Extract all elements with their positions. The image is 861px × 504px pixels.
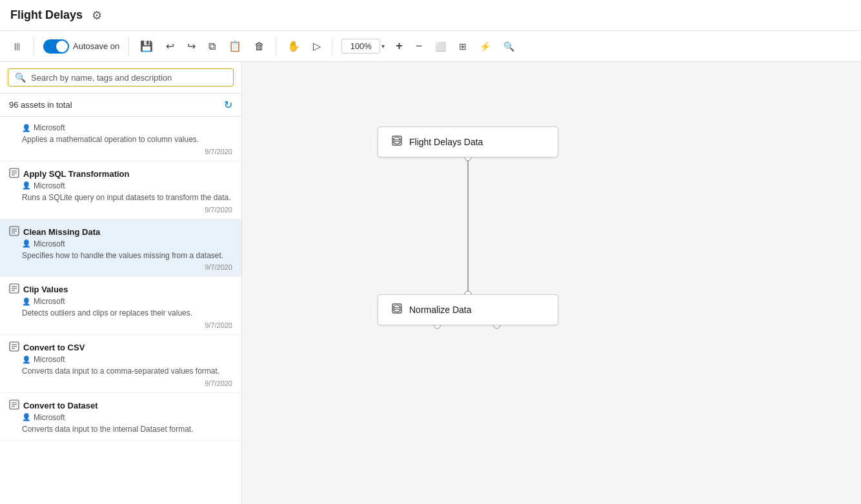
toolbar-divider-3 [276,37,276,55]
item-name-row: Convert to Dataset [9,399,232,412]
item-author-row: 👤 Microsoft [9,239,232,248]
item-description: Converts data input to the internal Data… [9,424,232,435]
search-canvas-button[interactable]: 🔍 [499,38,519,55]
author-icon: 👤 [22,181,31,190]
settings-button[interactable]: ⚙ [89,6,105,25]
item-module-icon [9,168,19,180]
item-module-icon [9,399,19,412]
item-name-label: Clip Values [23,285,68,294]
sidebar-item-clip-values[interactable]: Clip Values 👤 Microsoft Detects outliers… [0,277,241,335]
item-description: Detects outliers and clips or replaces t… [9,308,232,319]
node-flight-delays-data[interactable]: Flight Delays Data [378,126,558,157]
autosave-toggle[interactable]: Autosave on [43,39,119,54]
sidebar-item-convert-to-csv[interactable]: Convert to CSV 👤 Microsoft Converts data… [0,335,241,393]
zoom-control: 100% ▾ [341,39,385,54]
item-description: Runs a SQLite query on input datasets to… [9,192,232,203]
item-name-row: Clean Missing Data [9,226,232,238]
author-icon: 👤 [22,239,31,248]
autosave-label: Autosave on [73,41,119,51]
save-button[interactable]: 💾 [136,37,157,55]
pan-button[interactable]: ✋ [283,37,305,55]
svg-point-26 [394,137,400,140]
item-module-icon [9,226,19,238]
item-author-label: Microsoft [34,297,65,306]
assets-count: 96 assets in total [9,100,72,110]
zoom-out-button[interactable]: − [411,36,427,56]
refresh-button[interactable]: ↻ [224,99,232,111]
node-normalize-icon [391,303,403,317]
author-icon: 👤 [22,356,31,364]
author-icon: 👤 [22,413,31,421]
author-icon: 👤 [22,124,31,132]
library-button[interactable]: ⫼ [8,37,27,55]
autosave-switch[interactable] [43,39,69,54]
item-name-row: Apply SQL Transformation [9,168,232,180]
assets-count-row: 96 assets in total ↻ [0,94,241,117]
node-dataset-icon [391,135,403,149]
item-author-row: 👤 Microsoft [9,297,232,306]
zoom-value[interactable]: 100% [341,39,380,54]
page-title: Flight Delays [10,8,83,22]
search-icon: 🔍 [15,72,26,83]
pipeline-canvas: Flight Delays Data Normalize Data [242,62,861,504]
item-author-label: Microsoft [34,181,65,190]
search-bar-container: 🔍 [0,62,241,94]
paste-button[interactable]: 📋 [224,37,246,55]
item-author-row: 👤 Microsoft [9,355,232,364]
item-module-icon [9,341,19,354]
redo-button[interactable]: ↪ [183,37,200,55]
item-name-label: Convert to Dataset [23,401,98,410]
author-icon: 👤 [22,297,31,306]
top-header: Flight Delays ⚙ [0,0,861,31]
item-description: Specifies how to handle the values missi… [9,250,232,261]
sidebar: 🔍 96 assets in total ↻ 👤 Microsoft Appli… [0,62,242,504]
item-module-icon [9,283,19,296]
sidebar-item-convert-to-dataset[interactable]: Convert to Dataset 👤 Microsoft Converts … [0,393,241,441]
library-icon: ⫼ [12,41,23,52]
zoom-in-button[interactable]: + [391,36,407,56]
item-date: 9/7/2020 [9,379,232,387]
item-author-label: Microsoft [34,123,65,132]
toggle-knob [56,41,68,52]
item-date: 9/7/2020 [9,206,232,214]
toolbar-divider-1 [34,37,34,55]
item-date: 9/7/2020 [9,148,232,156]
item-author-label: Microsoft [34,239,65,248]
item-date: 9/7/2020 [9,263,232,271]
item-name-label: Convert to CSV [23,343,85,352]
item-name-label: Apply SQL Transformation [23,169,129,179]
node-label: Flight Delays Data [409,137,483,147]
item-description: Converts data input to a comma-separated… [9,366,232,377]
toolbar: ⫼ Autosave on 💾 ↩ ↪ ⧉ 📋 🗑 ✋ ▷ 100% ▾ + −… [0,31,861,62]
zoom-chevron-icon: ▾ [381,43,385,50]
item-author-row: 👤 Microsoft [9,181,232,190]
node-normalize-data[interactable]: Normalize Data [378,294,558,325]
item-author-label: Microsoft [34,413,65,422]
fit-view-button[interactable]: ⬜ [430,38,451,55]
item-name-label: Clean Missing Data [23,227,100,237]
split-view-button[interactable]: ⊞ [454,38,471,55]
item-author-label: Microsoft [34,355,65,364]
undo-button[interactable]: ↩ [161,37,179,55]
item-author-row: 👤 Microsoft [9,123,232,132]
sidebar-item-apply-math-operation[interactable]: 👤 Microsoft Applies a mathematical opera… [0,117,241,161]
copy-button[interactable]: ⧉ [204,37,220,55]
delete-button[interactable]: 🗑 [250,37,269,55]
sidebar-list: 👤 Microsoft Applies a mathematical opera… [0,117,241,504]
item-description: Applies a mathematical operation to colu… [9,134,232,145]
run-button[interactable]: ▷ [309,37,325,55]
svg-point-34 [394,309,400,312]
svg-point-31 [394,305,400,308]
main-layout: 🔍 96 assets in total ↻ 👤 Microsoft Appli… [0,62,861,504]
item-date: 9/7/2020 [9,321,232,329]
node-label: Normalize Data [409,305,471,315]
lightning-button[interactable]: ⚡ [475,38,495,55]
search-input-wrap: 🔍 [8,68,234,86]
canvas-area[interactable]: Flight Delays Data Normalize Data [242,62,861,504]
item-name-row: Clip Values [9,283,232,296]
sidebar-item-clean-missing-data[interactable]: Clean Missing Data 👤 Microsoft Specifies… [0,219,241,277]
search-input[interactable] [31,73,227,83]
svg-point-29 [394,141,400,144]
sidebar-item-apply-sql-transformation[interactable]: Apply SQL Transformation 👤 Microsoft Run… [0,161,241,219]
item-name-row: Convert to CSV [9,341,232,354]
